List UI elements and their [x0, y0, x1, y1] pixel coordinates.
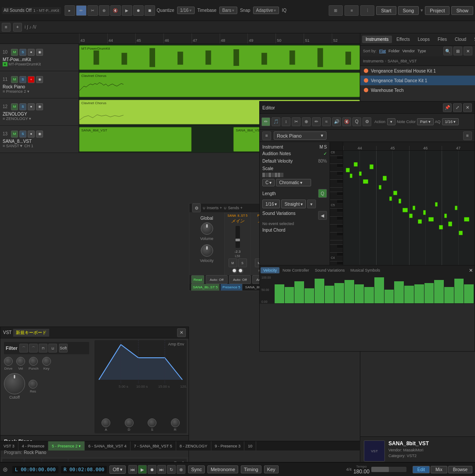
cutoff-knob[interactable]: [4, 373, 25, 394]
sustain-knob[interactable]: [148, 418, 156, 427]
sana-icon-1[interactable]: ⚪: [232, 268, 237, 273]
volume-btn-13[interactable]: ◉: [36, 131, 43, 138]
editor-tool-2[interactable]: 🎵: [272, 117, 280, 126]
attack-knob[interactable]: [102, 418, 110, 427]
add-track-btn[interactable]: ≡: [2, 23, 11, 32]
play-btn[interactable]: ▶: [122, 5, 132, 16]
note-color-dropdown[interactable]: Part▾: [417, 118, 434, 125]
note-12[interactable]: [402, 208, 408, 212]
editor-quantize-dropdown[interactable]: 1/16▾: [442, 118, 459, 125]
clip-10-1[interactable]: MT-PowerDrumKit: [79, 45, 360, 70]
clip-11-1[interactable]: Clavinet Chorus: [79, 73, 360, 97]
length-arrow-btn[interactable]: ▾: [307, 200, 316, 208]
mute-tool-btn[interactable]: 🔇: [110, 5, 121, 16]
editor-expand-btn[interactable]: ⤢: [453, 103, 462, 112]
track-tab-sana4[interactable]: 6 - SANA_8bit_VST 4: [85, 441, 131, 451]
browser-grid-icon[interactable]: ⊞: [453, 47, 462, 55]
draw-tool-btn[interactable]: ✏: [76, 5, 87, 16]
vel-close-btn[interactable]: ✕: [468, 267, 474, 274]
soft-btn[interactable]: Soft: [59, 344, 68, 352]
track-tab-presence4[interactable]: 4 - Presence: [18, 441, 48, 451]
track-content-10[interactable]: MT-PowerDrumKit: [79, 44, 360, 71]
global-velocity-knob[interactable]: [201, 244, 213, 257]
stop-btn[interactable]: ⏹: [145, 5, 155, 16]
filter-type-2[interactable]: ⌒: [29, 344, 38, 352]
solo-btn-11[interactable]: S: [19, 76, 26, 83]
note-15[interactable]: [418, 219, 422, 224]
key-knob[interactable]: [42, 357, 51, 366]
tab-loops[interactable]: Loops: [414, 36, 433, 43]
filter-type-1[interactable]: ⌒: [19, 344, 28, 352]
clip-13-1[interactable]: SANA_8bit_VST: [79, 127, 192, 152]
read-btn[interactable]: Read: [191, 275, 204, 284]
zoom-tool-btn[interactable]: ⊕: [99, 5, 109, 16]
editor-tool-5[interactable]: ⊕: [302, 117, 311, 126]
editor-track-dropdown[interactable]: Rock Piano ▾: [274, 131, 326, 140]
editor-list-btn[interactable]: ≡: [262, 131, 271, 140]
t-fwd-btn[interactable]: ⏭: [157, 465, 166, 474]
auto-off-2[interactable]: Auto: Off: [229, 275, 251, 284]
drive-knob[interactable]: [4, 357, 13, 366]
sort-folder[interactable]: Folder: [388, 49, 400, 53]
t-record-btn[interactable]: ⏺: [148, 465, 156, 474]
sort-flat[interactable]: Flat: [379, 49, 386, 53]
editor-tool-8[interactable]: 🔊: [332, 117, 341, 126]
volume-btn-12[interactable]: ◉: [36, 103, 43, 110]
action-dropdown[interactable]: ▾: [387, 118, 395, 125]
release-knob[interactable]: [171, 418, 180, 427]
mix-button[interactable]: Mix: [431, 466, 447, 473]
note-11[interactable]: [399, 199, 401, 203]
edit-button[interactable]: Edit: [413, 466, 430, 473]
note-20[interactable]: [444, 214, 447, 218]
sana-m-btn[interactable]: M: [228, 258, 237, 267]
key-dropdown-transport[interactable]: Key: [264, 465, 279, 473]
vel-tab-sound-variations[interactable]: Sound Variations: [312, 267, 348, 273]
mix-view-btn[interactable]: ≡: [344, 5, 359, 16]
s-btn[interactable]: S: [324, 145, 327, 149]
auto-off-1[interactable]: Auto: Off: [206, 275, 228, 284]
track-tab-presence5[interactable]: 5 - Presence 2 ▾: [48, 441, 85, 451]
sort-type[interactable]: Type: [417, 49, 426, 53]
mute-btn-13[interactable]: M: [11, 131, 18, 138]
straight-dropdown[interactable]: Straight▾: [281, 200, 305, 208]
mute-btn-12[interactable]: M: [11, 103, 18, 110]
note-4[interactable]: [359, 171, 362, 176]
note-grid[interactable]: [343, 151, 475, 265]
browser-search-icon[interactable]: 🔍: [443, 47, 452, 55]
note-16[interactable]: [423, 210, 426, 214]
scale-dropdown[interactable]: Chromatic▾: [276, 179, 311, 186]
note-14[interactable]: [413, 206, 415, 210]
editor-tool-3[interactable]: ↕: [282, 117, 290, 126]
arrange-btn[interactable]: ⊞: [329, 5, 343, 16]
volume-btn-11[interactable]: ◉: [36, 76, 43, 83]
editor-tool-1[interactable]: ✏: [261, 117, 270, 126]
editor-tool-10[interactable]: Q: [352, 117, 361, 126]
snap-value[interactable]: Adaptive ▾: [253, 7, 279, 14]
song-button[interactable]: Song: [398, 6, 419, 15]
editor-tool-11[interactable]: ⚙: [363, 117, 371, 126]
tab-instruments[interactable]: Instruments: [362, 36, 392, 43]
vel-tab-velocity[interactable]: Velocity: [261, 267, 279, 273]
tab-cloud[interactable]: Cloud: [451, 36, 470, 43]
note-19[interactable]: [439, 225, 443, 229]
browse-button[interactable]: Browse: [448, 466, 472, 473]
channel-sana-fader[interactable]: [236, 239, 240, 241]
sort-vendor[interactable]: Vendor: [402, 49, 415, 53]
sana-icon-2[interactable]: ⚪: [238, 268, 243, 273]
strip-presence5[interactable]: Presence 5: [221, 284, 242, 291]
browser-close-icon[interactable]: ✕: [464, 47, 472, 55]
note-22[interactable]: [455, 206, 457, 210]
browser-item-vengeance-house[interactable]: Vengeance Essential House Kit 1: [360, 66, 475, 76]
arm-btn-13[interactable]: ●: [28, 131, 35, 138]
note-10[interactable]: [393, 191, 397, 195]
res-knob[interactable]: [29, 380, 37, 389]
track-tab-10[interactable]: 10: [244, 441, 256, 451]
note-6[interactable]: [370, 164, 373, 169]
sound-var-expand-btn[interactable]: ◀: [318, 211, 327, 220]
metronome-dropdown[interactable]: Metronome: [207, 465, 238, 473]
editor-tool-4[interactable]: ✂: [292, 117, 301, 126]
note-24[interactable]: [464, 217, 469, 222]
note-17[interactable]: [428, 217, 434, 222]
note-7[interactable]: [379, 185, 381, 189]
note-23[interactable]: [459, 231, 463, 235]
